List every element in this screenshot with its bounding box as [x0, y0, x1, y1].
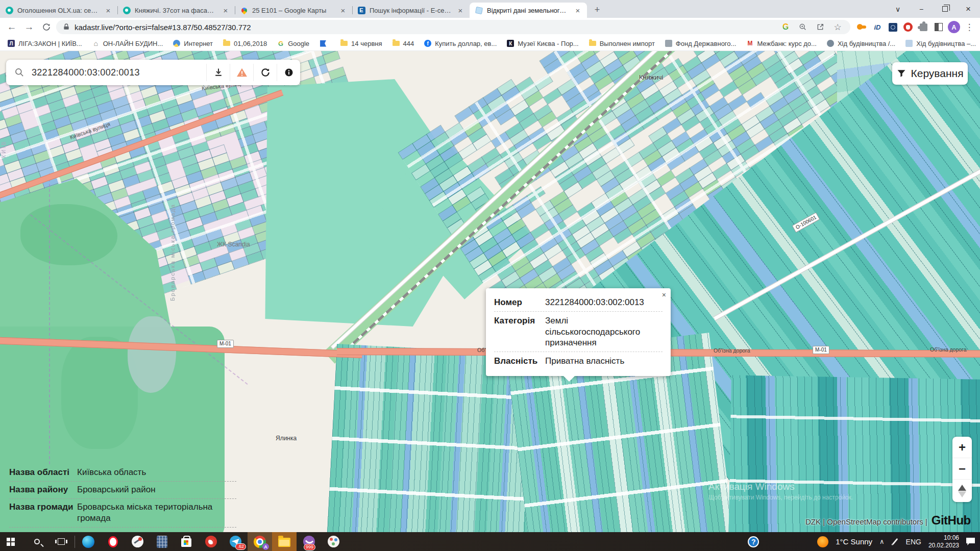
app-calculator[interactable] — [150, 532, 174, 551]
app-telegram[interactable]: .62 — [223, 532, 248, 551]
clock[interactable]: 10:06 20.02.2023 — [928, 534, 959, 549]
search-extension-icon[interactable] — [886, 20, 899, 34]
language-indicator[interactable]: ENG — [906, 538, 921, 546]
tab-close-icon[interactable]: × — [456, 6, 464, 15]
app-chrome-active[interactable]: A — [248, 532, 272, 551]
tab-close-icon[interactable]: × — [574, 6, 582, 15]
info-button[interactable] — [277, 64, 300, 81]
password-manager-extension-icon[interactable] — [855, 20, 869, 34]
warning-icon — [236, 67, 248, 78]
info-row: Назва областіКиївська область — [9, 464, 236, 482]
forest-patch — [61, 337, 138, 449]
tab-close-icon[interactable]: × — [222, 6, 230, 15]
compass-button[interactable] — [952, 480, 972, 502]
attribution-text[interactable]: DZK | OpenStreetMap contributors | — [805, 517, 927, 528]
download-button[interactable] — [206, 64, 230, 81]
app-paint[interactable] — [321, 532, 346, 551]
zoom-out-button[interactable]: − — [952, 458, 972, 480]
bookmark-google[interactable]: GGoogle — [277, 39, 309, 47]
tab-google-maps[interactable]: 25 E101 – Google Карты × — [235, 3, 352, 18]
tab-close-icon[interactable]: × — [104, 6, 112, 15]
weather-text[interactable]: 1°C Sunny — [836, 537, 872, 546]
warning-button[interactable] — [230, 64, 253, 81]
bookmark-folder-date[interactable]: 01,06,2018 — [223, 39, 267, 47]
eservices-favicon: E — [357, 6, 365, 14]
restore-button[interactable] — [933, 0, 957, 18]
profile-avatar[interactable]: A — [947, 20, 961, 34]
bookmark-khid-budivnytstva-1[interactable]: Хід будівництва /... — [826, 39, 895, 47]
taskbar-separator — [75, 536, 75, 548]
bookmark-onlain-budynok[interactable]: ⌂ОН-ЛАЙН БУДИН... — [92, 39, 163, 47]
tab-close-icon[interactable]: × — [339, 6, 347, 15]
github-logo[interactable]: GitHub — [932, 513, 971, 528]
pen-tray-icon[interactable] — [892, 538, 899, 545]
refresh-button[interactable] — [253, 64, 277, 81]
forward-button[interactable]: → — [21, 19, 37, 35]
opera-icon — [108, 536, 118, 547]
app-edge[interactable] — [76, 532, 101, 551]
url-text[interactable]: kadastr.live/?orto-ersi=false#13.87/50.4… — [75, 23, 775, 32]
app-mail[interactable] — [199, 532, 223, 551]
manage-button[interactable]: Керування — [892, 62, 968, 85]
bookmark-star-icon[interactable]: ☆ — [831, 20, 844, 34]
taskbar-search-button[interactable] — [24, 532, 49, 551]
share-icon[interactable] — [814, 20, 827, 34]
map-canvas[interactable]: Київська вулиця Київська вулиця ЖК Scand… — [0, 51, 980, 532]
tab-knyazhychi[interactable]: Княжичі. 37сот на фасаді Брова... × — [117, 3, 235, 18]
tab-olx[interactable]: Оголошення OLX.ua: сервіс ого... × — [0, 3, 117, 18]
profile-chevron-icon[interactable]: ∨ — [886, 0, 910, 18]
zoom-page-icon[interactable] — [796, 20, 810, 34]
help-tray-icon[interactable]: ? — [748, 536, 759, 547]
weather-sun-icon[interactable] — [817, 536, 828, 547]
tab-title: Відкриті дані земельного кадас... — [487, 7, 570, 14]
bookmark-folder-444[interactable]: 444 — [392, 39, 414, 47]
app-viber[interactable]: 999 — [297, 532, 321, 551]
minimize-button[interactable]: − — [910, 0, 933, 18]
olx-favicon — [5, 6, 13, 14]
app-file-explorer-active[interactable] — [272, 532, 297, 551]
app-opera[interactable] — [101, 532, 125, 551]
new-tab-button[interactable]: + — [590, 3, 604, 17]
paint-icon — [328, 536, 339, 547]
bookmark-mezhbank[interactable]: ММежбанк: курс до... — [746, 39, 817, 47]
tab-eservices[interactable]: E Пошук інформації - Е-сервіси × — [352, 3, 470, 18]
back-button[interactable]: ← — [4, 19, 19, 35]
popup-close-icon[interactable]: × — [662, 291, 666, 299]
bookmark-flag[interactable] — [319, 39, 330, 47]
bookmark-liga[interactable]: ЛЛІГА:ЗАКОН | КИЇВ... — [7, 39, 82, 47]
action-center-icon[interactable] — [966, 538, 975, 545]
village-label: Ялинка — [276, 435, 297, 442]
adblock-extension-icon[interactable] — [901, 20, 915, 34]
task-view-button[interactable] — [49, 532, 74, 551]
tab-kadastr-active[interactable]: Відкриті дані земельного кадас... × — [470, 3, 587, 18]
close-window-button[interactable]: × — [957, 0, 980, 18]
bookmark-facebook-dollar[interactable]: fКупить доллар, ев... — [424, 39, 497, 47]
start-button[interactable] — [0, 532, 24, 551]
bookmark-fond-derzhavnogo[interactable]: Фонд Державного... — [665, 39, 737, 47]
address-bar[interactable]: kadastr.live/?orto-ersi=false#13.87/50.4… — [56, 20, 850, 34]
info-row: КОАТУУ3210600000 — [9, 528, 236, 532]
tray-overflow-chevron[interactable]: ∧ — [879, 538, 885, 545]
red-app-icon — [205, 536, 217, 547]
kadastr-favicon — [475, 6, 483, 14]
cadastral-search-input[interactable]: 3221284000:03:002:0013 — [24, 67, 206, 78]
bookmark-muzei-kyieva[interactable]: КМузеї Києва - Пор... — [506, 39, 578, 47]
bookmark-internet[interactable]: Интернет — [173, 39, 213, 47]
info-row: Назва районуБроварський район — [9, 482, 236, 499]
file-explorer-icon — [278, 538, 290, 547]
browser-menu-icon[interactable]: ⋮ — [963, 20, 976, 34]
app-store[interactable] — [174, 532, 199, 551]
compass-south-icon — [958, 491, 966, 497]
bookmark-folder-import[interactable]: Выполнен импорт — [589, 39, 655, 47]
zoom-in-button[interactable]: + — [952, 437, 972, 458]
reader-extension-icon[interactable] — [932, 20, 945, 34]
app-media-tool[interactable] — [125, 532, 150, 551]
reload-button[interactable] — [39, 19, 54, 35]
parcel-ownership-value: Приватна власність — [545, 356, 624, 366]
google-icon[interactable]: G — [779, 20, 792, 34]
manage-label: Керування — [911, 67, 963, 80]
bookmark-khid-budivnytstva-2[interactable]: Хід будівництва –... — [905, 39, 976, 47]
bookmark-folder-14-chervnia[interactable]: 14 червня — [340, 39, 382, 47]
id-extension-icon[interactable]: iD — [871, 20, 884, 34]
extensions-puzzle-icon[interactable] — [917, 20, 930, 34]
